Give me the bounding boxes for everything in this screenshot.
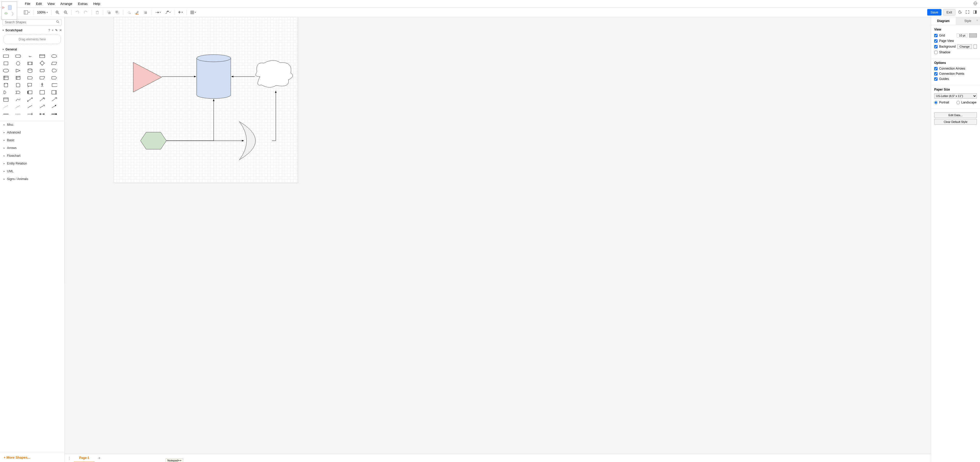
change-bg-button[interactable]: Change (957, 44, 972, 49)
outline-thumbnail[interactable] (2, 2, 17, 20)
help-icon[interactable]: ? (48, 29, 50, 32)
landscape-radio[interactable] (956, 101, 960, 104)
palette-shape-25[interactable] (3, 89, 9, 95)
portrait-radio[interactable] (934, 101, 937, 104)
grid-size-input[interactable] (957, 33, 967, 38)
palette-shape-33[interactable] (39, 97, 46, 102)
palette-shape-37[interactable] (27, 104, 33, 110)
palette-shape-17[interactable] (27, 75, 33, 81)
palette-shape-38[interactable] (39, 104, 46, 110)
palette-shape-20[interactable] (3, 82, 9, 88)
bg-color-swatch[interactable] (974, 44, 977, 49)
format-panel-icon[interactable] (972, 10, 978, 15)
palette-shape-43[interactable] (39, 111, 46, 117)
palette-shape-42[interactable] (27, 111, 33, 117)
palette-shape-13[interactable] (39, 68, 46, 73)
edge-or-gate-cloud[interactable] (272, 91, 276, 141)
edge-hexagon-cylinder[interactable] (166, 99, 214, 141)
palette-shape-2[interactable]: Text (27, 53, 33, 59)
shape-triangle[interactable] (133, 62, 162, 92)
fullscreen-icon[interactable] (964, 10, 970, 15)
palette-shape-8[interactable] (39, 60, 46, 66)
palette-shape-0[interactable] (3, 53, 9, 59)
table-button[interactable]: ▾ (189, 9, 197, 16)
exit-button[interactable]: Exit (943, 9, 955, 16)
category-advanced[interactable]: Advanced (0, 129, 64, 137)
palette-shape-44[interactable] (51, 111, 57, 117)
search-shapes-input[interactable] (3, 19, 62, 25)
menu-extras[interactable]: Extras (76, 1, 90, 7)
fill-color-button[interactable] (125, 9, 132, 16)
canvas[interactable]: ⋮ Page-1 + Notepad++ (65, 17, 931, 462)
palette-shape-9[interactable] (51, 60, 57, 66)
add-icon[interactable]: + (52, 29, 54, 32)
more-shapes-button[interactable]: More Shapes... (0, 453, 64, 462)
connection-button[interactable]: ▾ (153, 9, 162, 16)
menu-view[interactable]: View (45, 1, 57, 7)
palette-shape-34[interactable] (51, 97, 57, 102)
menu-arrange[interactable]: Arrange (58, 1, 75, 7)
edit-data-button[interactable]: Edit Data... (934, 112, 977, 118)
shape-cylinder[interactable] (197, 55, 231, 98)
undo-button[interactable] (74, 9, 81, 16)
waypoint-button[interactable]: ▾ (163, 9, 172, 16)
grid-checkbox[interactable] (934, 34, 937, 37)
palette-shape-15[interactable] (3, 75, 9, 81)
palette-shape-35[interactable] (3, 104, 9, 110)
palette-shape-36[interactable] (15, 104, 21, 110)
shape-hexagon[interactable] (140, 132, 166, 149)
shadow-button[interactable] (142, 9, 149, 16)
tab-diagram[interactable]: Diagram (931, 17, 956, 25)
palette-shape-1[interactable] (15, 53, 21, 59)
menu-help[interactable]: Help (91, 1, 103, 7)
category-uml[interactable]: UML (0, 167, 64, 175)
palette-shape-23[interactable] (39, 82, 46, 88)
palette-shape-26[interactable] (15, 89, 21, 95)
paper-size-select[interactable]: US-Letter (8,5" x 11") (934, 94, 977, 98)
palette-shape-4[interactable] (51, 53, 57, 59)
palette-shape-28[interactable] (39, 89, 46, 95)
category-arrows[interactable]: Arrows (0, 144, 64, 152)
palette-shape-16[interactable] (15, 75, 21, 81)
category-entity-relation[interactable]: Entity Relation (0, 160, 64, 167)
general-header[interactable]: ▾ General (0, 46, 64, 52)
save-button[interactable]: Save (927, 9, 942, 16)
palette-shape-10[interactable] (3, 68, 9, 73)
edit-icon[interactable]: ✎ (55, 29, 58, 32)
shape-cloud[interactable] (256, 60, 293, 87)
to-front-button[interactable] (105, 9, 113, 16)
redo-button[interactable] (82, 9, 89, 16)
palette-shape-24[interactable] (51, 82, 57, 88)
palette-shape-7[interactable] (27, 60, 33, 66)
pageview-checkbox[interactable] (934, 39, 937, 43)
palette-shape-18[interactable] (39, 75, 46, 81)
shadow-checkbox[interactable] (934, 51, 937, 54)
view-mode-button[interactable]: ▾ (22, 9, 31, 16)
palette-shape-31[interactable] (15, 97, 21, 102)
palette-shape-5[interactable] (3, 60, 9, 66)
category-misc[interactable]: Misc (0, 121, 64, 129)
to-back-button[interactable] (114, 9, 121, 16)
page-paper[interactable] (114, 17, 298, 183)
palette-shape-41[interactable] (15, 111, 21, 117)
category-flowchart[interactable]: Flowchart (0, 152, 64, 160)
palette-shape-27[interactable] (27, 89, 33, 95)
page-tab-1[interactable]: Page-1 (74, 454, 94, 462)
palette-shape-29[interactable] (51, 89, 57, 95)
palette-shape-12[interactable] (27, 68, 33, 73)
delete-button[interactable] (94, 9, 101, 16)
palette-shape-19[interactable] (51, 75, 57, 81)
conn-arrows-checkbox[interactable] (934, 67, 937, 70)
insert-button[interactable]: +▾ (177, 9, 184, 16)
scratchpad-header[interactable]: ▾ Scratchpad ? + ✎ ✕ (0, 27, 64, 33)
palette-shape-11[interactable] (15, 68, 21, 73)
category-basic[interactable]: Basic (0, 137, 64, 144)
palette-shape-14[interactable] (51, 68, 57, 73)
menu-edit[interactable]: Edit (33, 1, 44, 7)
palette-shape-32[interactable] (27, 97, 33, 102)
clear-default-style-button[interactable]: Clear Default Style (934, 119, 977, 125)
grid-color-swatch[interactable] (969, 33, 977, 38)
palette-shape-6[interactable] (15, 60, 21, 66)
palette-shape-30[interactable] (3, 97, 9, 102)
palette-shape-40[interactable] (3, 111, 9, 117)
